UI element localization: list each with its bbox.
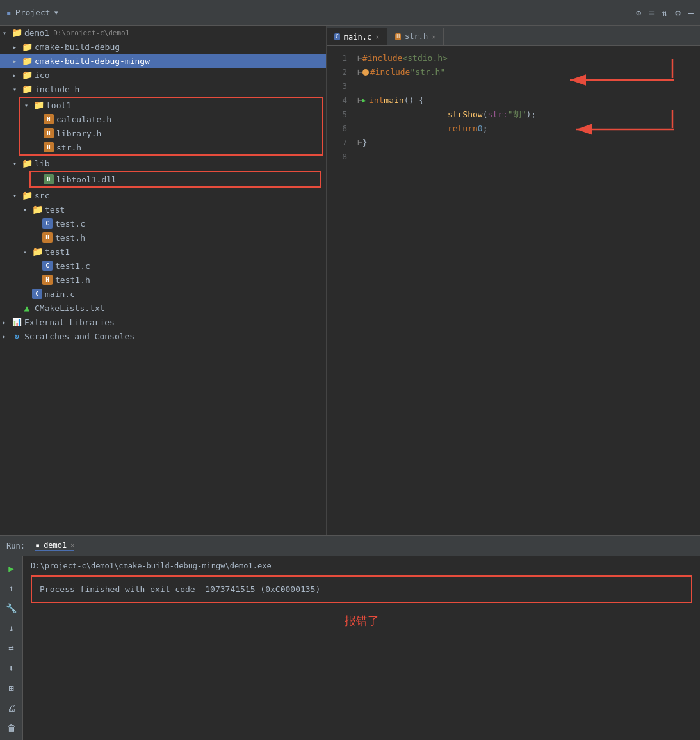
globe-icon[interactable]: ⊕ bbox=[636, 8, 641, 18]
folder-icon-lib: 📁 bbox=[22, 158, 32, 168]
console-icon: ▪ bbox=[35, 541, 40, 550]
code-content: ⊢#include <stdio.h> ⊢#include "str.h" ⊢ … bbox=[352, 51, 700, 164]
process-output-box: Process finished with exit code -1073741… bbox=[31, 575, 692, 603]
sidebar-item-scratches[interactable]: ↻ Scratches and Consoles bbox=[0, 329, 326, 343]
label-test-c: test.c bbox=[55, 219, 85, 229]
print-button[interactable]: 🖨 bbox=[4, 702, 19, 715]
close-tab-main-c[interactable]: ✕ bbox=[375, 33, 379, 40]
h-icon-library: H bbox=[44, 128, 54, 138]
sidebar-item-cmake-build-debug[interactable]: 📁 cmake-build-debug bbox=[0, 40, 326, 54]
sidebar-item-libtool1-dll[interactable]: D libtool1.dll bbox=[31, 172, 320, 186]
sidebar-item-test1-h[interactable]: H test1.h bbox=[0, 273, 326, 287]
label-external-libraries: External Libraries bbox=[24, 318, 115, 327]
arrow-cmake-debug bbox=[13, 44, 22, 51]
minimize-icon[interactable]: — bbox=[688, 8, 694, 18]
sidebar-item-main-c[interactable]: C main.c bbox=[0, 287, 326, 301]
sidebar-item-test-h[interactable]: H test.h bbox=[0, 230, 326, 245]
tab-str-h[interactable]: H str.h ✕ bbox=[387, 28, 444, 45]
settings-icon[interactable]: ⚙ bbox=[675, 8, 680, 18]
sidebar-item-ico[interactable]: 📁 ico bbox=[0, 68, 326, 82]
label-test1-h: test1.h bbox=[55, 275, 90, 285]
main-content: 📁 demo1 D:\project-c\demo1 📁 cmake-build… bbox=[0, 26, 700, 535]
run-label: Run: bbox=[6, 542, 25, 551]
line-num-3: 3 bbox=[332, 79, 347, 93]
folder-icon-cmake-mingw: 📁 bbox=[22, 56, 32, 66]
code-line-7: ⊢} bbox=[357, 136, 695, 150]
folder-icon-test: 📁 bbox=[32, 204, 42, 214]
sidebar-item-test1[interactable]: 📁 test1 bbox=[0, 245, 326, 259]
path-demo1: D:\project-c\demo1 bbox=[53, 29, 129, 37]
tab-label-main-c: main.c bbox=[344, 33, 371, 42]
close-bottom-tab[interactable]: ✕ bbox=[70, 542, 74, 549]
label-library-h: library.h bbox=[56, 129, 101, 138]
line-num-8: 8 bbox=[332, 150, 347, 164]
sidebar-item-test1-c[interactable]: C test1.c bbox=[0, 259, 326, 273]
code-line-1: ⊢#include <stdio.h> bbox=[357, 51, 695, 65]
label-scratches: Scratches and Consoles bbox=[24, 332, 134, 341]
h-icon-calculate: H bbox=[44, 114, 54, 124]
bottom-toolbar: ▶ ↑ 🔧 ↓ ⇄ ⬇ ⊞ 🖨 🗑 bbox=[0, 556, 23, 740]
trash-button[interactable]: 🗑 bbox=[4, 721, 19, 735]
wrap-button[interactable]: ⇄ bbox=[4, 641, 19, 655]
bottom-panel: Run: ▪ demo1 ✕ ▶ ↑ 🔧 ↓ ⇄ ⬇ ⊞ 🖨 🗑 D:\proj… bbox=[0, 535, 700, 740]
run-button[interactable]: ▶ bbox=[4, 561, 19, 575]
sidebar-item-library-h[interactable]: H library.h bbox=[20, 126, 322, 140]
sidebar-item-include-h[interactable]: 📁 include h bbox=[0, 82, 326, 96]
wrench-icon[interactable]: 🔧 bbox=[4, 601, 19, 615]
label-test-h: test.h bbox=[55, 233, 85, 243]
error-label: 报错了 bbox=[31, 613, 692, 629]
sidebar-item-lib[interactable]: 📁 lib bbox=[0, 156, 326, 170]
sidebar-item-calculate-h[interactable]: H calculate.h bbox=[20, 112, 322, 126]
save-button[interactable]: ⬇ bbox=[4, 661, 19, 675]
label-test1-c: test1.c bbox=[55, 261, 90, 271]
toolbar-icons: ⊕ ≡ ⇅ ⚙ — bbox=[636, 8, 694, 18]
label-include-h: include h bbox=[35, 84, 79, 94]
folder-icon-demo1: 📁 bbox=[12, 28, 22, 38]
sidebar-item-test[interactable]: 📁 test bbox=[0, 202, 326, 216]
grid-button[interactable]: ⊞ bbox=[4, 681, 19, 695]
bottom-content: ▶ ↑ 🔧 ↓ ⇄ ⬇ ⊞ 🖨 🗑 D:\project-c\demo1\cma… bbox=[0, 556, 700, 740]
cmake-icon: ▲ bbox=[22, 303, 32, 313]
label-ico: ico bbox=[35, 70, 49, 80]
bottom-tab-demo1[interactable]: ▪ demo1 ✕ bbox=[35, 541, 74, 551]
label-test1: test1 bbox=[45, 247, 70, 257]
structure-icon[interactable]: ≡ bbox=[649, 8, 654, 18]
arrow-cmake-mingw bbox=[13, 58, 22, 65]
label-cmake-mingw: cmake-build-debug-mingw bbox=[35, 56, 150, 66]
editor-wrapper: 1 2 3 4 5 6 7 8 ⊢#include <stdio.h> bbox=[327, 46, 700, 535]
c-icon-test: C bbox=[42, 218, 53, 229]
sidebar-item-tool1[interactable]: 📁 tool1 bbox=[20, 98, 322, 112]
folder-icon: ▪ bbox=[6, 8, 12, 17]
line-num-7: 7 bbox=[332, 136, 347, 150]
scroll-down-button[interactable]: ↓ bbox=[4, 622, 19, 635]
line-num-2: 2 bbox=[332, 65, 347, 79]
sidebar-item-demo1[interactable]: 📁 demo1 D:\project-c\demo1 bbox=[0, 26, 326, 40]
editor-tabs: C main.c ✕ H str.h ✕ bbox=[327, 26, 700, 46]
ext-lib-icon: 📊 bbox=[12, 317, 22, 327]
close-tab-str-h[interactable]: ✕ bbox=[432, 33, 435, 40]
label-test: test bbox=[45, 205, 65, 214]
line-num-4: 4 bbox=[332, 93, 347, 108]
top-bar: ▪ Project ▼ ⊕ ≡ ⇅ ⚙ — bbox=[0, 0, 700, 26]
sidebar-item-str-h[interactable]: H str.h bbox=[20, 140, 322, 154]
label-calculate-h: calculate.h bbox=[56, 115, 111, 124]
arrow-scratches bbox=[3, 333, 12, 340]
project-title: ▪ Project ▼ bbox=[6, 8, 58, 17]
red-border-group-libtool1: D libtool1.dll bbox=[29, 171, 321, 188]
sort-icon[interactable]: ⇅ bbox=[662, 8, 667, 18]
label-str-h: str.h bbox=[56, 143, 81, 152]
sidebar-item-cmakelists[interactable]: ▲ CMakeLists.txt bbox=[0, 301, 326, 315]
sidebar-item-cmake-build-debug-mingw[interactable]: 📁 cmake-build-debug-mingw bbox=[0, 54, 326, 68]
code-line-6: return 0; bbox=[357, 122, 695, 136]
tab-main-c[interactable]: C main.c ✕ bbox=[327, 28, 387, 45]
arrow-lib bbox=[13, 160, 22, 167]
c-icon-main: C bbox=[32, 289, 42, 299]
label-main-c: main.c bbox=[45, 289, 75, 299]
scroll-up-button[interactable]: ↑ bbox=[4, 581, 19, 595]
sidebar-item-test-c[interactable]: C test.c bbox=[0, 216, 326, 230]
sidebar-item-external-libraries[interactable]: 📊 External Libraries bbox=[0, 315, 326, 329]
red-border-group-tool1: 📁 tool1 H calculate.h H library.h H str.… bbox=[19, 97, 323, 156]
sidebar-item-src[interactable]: 📁 src bbox=[0, 188, 326, 202]
folder-icon-test1: 📁 bbox=[32, 246, 42, 257]
dropdown-icon[interactable]: ▼ bbox=[54, 9, 58, 16]
